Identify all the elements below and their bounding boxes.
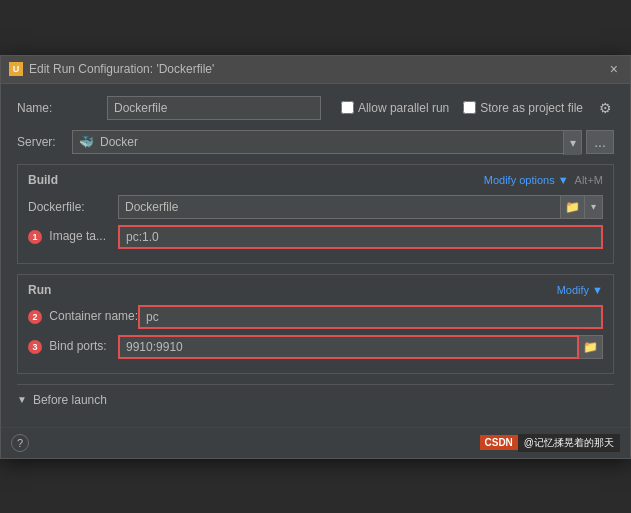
image-tag-row: 1 Image ta... bbox=[28, 225, 603, 249]
watermark-text: @记忆揉晃着的那天 bbox=[518, 434, 620, 452]
dockerfile-input[interactable] bbox=[118, 195, 561, 219]
dockerfile-row: Dockerfile: 📁 ▾ bbox=[28, 195, 603, 219]
build-section: Build Modify options ▼ Alt+M Dockerfile:… bbox=[17, 164, 614, 264]
bind-ports-row: 3 Bind ports: 📁 bbox=[28, 335, 603, 359]
store-as-project-checkbox-label[interactable]: Store as project file bbox=[463, 101, 583, 115]
server-label: Server: bbox=[17, 135, 72, 149]
bind-ports-label: 3 Bind ports: bbox=[28, 339, 118, 354]
dockerfile-browse-button[interactable]: 📁 bbox=[561, 195, 585, 219]
name-input[interactable] bbox=[107, 96, 321, 120]
bottom-bar: ? CSDN @记忆揉晃着的那天 bbox=[1, 427, 630, 458]
bind-ports-input-group: 📁 bbox=[118, 335, 603, 359]
dialog-content: Name: Allow parallel run Store as projec… bbox=[1, 84, 630, 427]
window-title: Edit Run Configuration: 'Dockerfile' bbox=[29, 62, 214, 76]
build-title: Build bbox=[28, 173, 58, 187]
before-launch-label: Before launch bbox=[33, 393, 107, 407]
docker-icon: 🐳 bbox=[79, 135, 94, 149]
gear-button[interactable]: ⚙ bbox=[597, 100, 614, 116]
collapse-icon: ▼ bbox=[17, 394, 27, 405]
modify-options-link[interactable]: Modify options ▼ bbox=[484, 174, 569, 186]
watermark: CSDN @记忆揉晃着的那天 bbox=[480, 434, 621, 452]
dockerfile-dropdown-button[interactable]: ▾ bbox=[585, 195, 603, 219]
allow-parallel-checkbox[interactable] bbox=[341, 101, 354, 114]
run-title: Run bbox=[28, 283, 51, 297]
dockerfile-label: Dockerfile: bbox=[28, 200, 118, 214]
title-bar: U Edit Run Configuration: 'Dockerfile' × bbox=[1, 56, 630, 84]
help-button[interactable]: ? bbox=[11, 434, 29, 452]
modify-options-arrow: ▼ bbox=[558, 174, 569, 186]
modify-link[interactable]: Modify ▼ bbox=[557, 284, 603, 296]
dialog-window: U Edit Run Configuration: 'Dockerfile' ×… bbox=[0, 55, 631, 459]
server-more-button[interactable]: ... bbox=[586, 130, 614, 154]
allow-parallel-label: Allow parallel run bbox=[358, 101, 449, 115]
close-button[interactable]: × bbox=[606, 59, 622, 79]
image-tag-input[interactable] bbox=[118, 225, 603, 249]
bind-ports-browse-button[interactable]: 📁 bbox=[579, 335, 603, 359]
badge-2: 2 bbox=[28, 310, 42, 324]
title-bar-left: U Edit Run Configuration: 'Dockerfile' bbox=[9, 62, 214, 76]
server-row: Server: 🐳 Docker ▾ ... bbox=[17, 130, 614, 154]
container-name-row: 2 Container name: bbox=[28, 305, 603, 329]
server-name: Docker bbox=[100, 135, 138, 149]
server-select-text: 🐳 Docker bbox=[73, 131, 563, 153]
shortcut-hint: Alt+M bbox=[575, 174, 603, 186]
container-name-input[interactable] bbox=[138, 305, 603, 329]
before-launch-section[interactable]: ▼ Before launch bbox=[17, 384, 614, 415]
dockerfile-input-group: 📁 ▾ bbox=[118, 195, 603, 219]
name-label: Name: bbox=[17, 101, 107, 115]
server-select[interactable]: 🐳 Docker ▾ bbox=[72, 130, 582, 154]
bind-ports-input[interactable] bbox=[118, 335, 579, 359]
app-icon: U bbox=[9, 62, 23, 76]
store-as-project-checkbox[interactable] bbox=[463, 101, 476, 114]
server-dropdown-arrow[interactable]: ▾ bbox=[563, 131, 581, 155]
run-section-header: Run Modify ▼ bbox=[28, 283, 603, 297]
image-tag-label: 1 Image ta... bbox=[28, 229, 118, 244]
container-name-label: 2 Container name: bbox=[28, 309, 138, 324]
build-options-area: Modify options ▼ Alt+M bbox=[484, 174, 603, 186]
badge-1: 1 bbox=[28, 230, 42, 244]
name-row: Name: Allow parallel run Store as projec… bbox=[17, 96, 614, 120]
modify-options-label: Modify options bbox=[484, 174, 555, 186]
build-section-header: Build Modify options ▼ Alt+M bbox=[28, 173, 603, 187]
checkbox-group: Allow parallel run Store as project file… bbox=[341, 100, 614, 116]
run-section: Run Modify ▼ 2 Container name: 3 Bind po… bbox=[17, 274, 614, 374]
watermark-csdn: CSDN bbox=[480, 435, 518, 450]
store-as-project-label: Store as project file bbox=[480, 101, 583, 115]
allow-parallel-checkbox-label[interactable]: Allow parallel run bbox=[341, 101, 449, 115]
badge-3: 3 bbox=[28, 340, 42, 354]
